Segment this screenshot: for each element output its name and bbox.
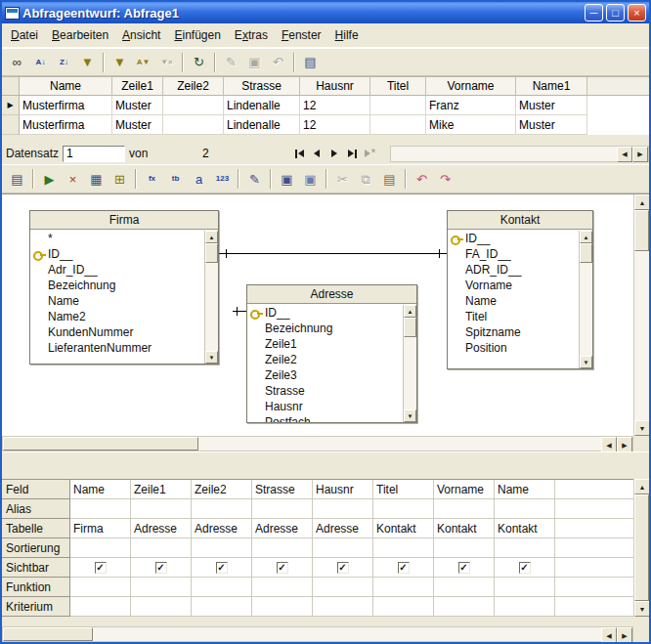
query-cell-funktion[interactable] <box>373 578 434 597</box>
query-cell-sortierung[interactable] <box>131 538 192 558</box>
query-cell-funktion[interactable] <box>313 578 373 597</box>
table-field[interactable]: Bezeichnung <box>30 278 204 293</box>
scroll-up-icon[interactable]: ▲ <box>580 231 592 243</box>
query-cell-funktion[interactable] <box>495 578 555 597</box>
previous-record-button[interactable] <box>308 146 326 161</box>
query-cell-kriterium[interactable] <box>373 597 434 617</box>
scrollbar-thumb[interactable] <box>3 437 198 451</box>
datasheet-column-header[interactable]: Name1 <box>516 77 587 96</box>
menu-item-einfugen[interactable]: Einfügen <box>167 24 227 46</box>
visible-checkbox[interactable]: ✓ <box>458 562 470 574</box>
table-field[interactable]: ID__ <box>448 231 579 246</box>
run-query-icon[interactable]: ▶ <box>38 168 61 191</box>
sort-ascending-icon[interactable]: A↓ <box>29 51 52 73</box>
scroll-right-icon[interactable]: ▶ <box>617 627 632 643</box>
table-scrollbar[interactable]: ▲▼ <box>403 305 416 422</box>
undo-icon[interactable]: ↶ <box>411 168 433 191</box>
datasheet-cell[interactable]: 12 <box>300 115 370 135</box>
query-cell-feld[interactable]: Titel <box>373 480 434 499</box>
menu-item-hilfe[interactable]: Hilfe <box>328 24 366 46</box>
menu-item-fenster[interactable]: Fenster <box>275 24 328 46</box>
table-box-title[interactable]: Adresse <box>247 285 416 304</box>
query-cell-tabelle[interactable]: Adresse <box>252 519 313 538</box>
table-box-firma[interactable]: Firma*ID__Adr_ID__BezeichnungNameName2Ku… <box>29 210 219 365</box>
query-cell-sichtbar[interactable]: ✓ <box>252 558 313 578</box>
datasheet-cell[interactable]: Lindenalle <box>224 115 300 135</box>
scrollbar-track[interactable] <box>93 627 601 641</box>
scrollbar-track[interactable] <box>205 263 218 351</box>
titlebar[interactable]: Abfrageentwurf: Abfrage1 ─ □ × <box>2 2 649 23</box>
query-cell-funktion[interactable] <box>252 578 313 597</box>
save-icon[interactable]: ▣ <box>276 168 298 191</box>
table-field[interactable]: ID__ <box>247 305 403 321</box>
table-box-title[interactable]: Kontakt <box>448 211 592 230</box>
add-table-icon[interactable]: ⊞ <box>108 168 131 191</box>
functions-icon[interactable]: fx <box>141 168 163 191</box>
query-cell-tabelle[interactable]: Kontakt <box>495 519 555 538</box>
query-cell-funktion[interactable] <box>434 578 495 597</box>
query-cell-alias[interactable] <box>495 499 555 519</box>
join-line-adresse[interactable] <box>233 311 246 312</box>
datasheet-cell[interactable]: Mike <box>426 115 516 135</box>
query-cell-sortierung[interactable] <box>434 538 495 558</box>
table-name-icon[interactable]: tb <box>164 168 187 191</box>
query-cell-tabelle[interactable]: Kontakt <box>373 519 434 538</box>
first-record-button[interactable] <box>290 146 308 161</box>
table-field[interactable]: Titel <box>448 309 579 324</box>
scrollbar-track[interactable] <box>404 337 416 409</box>
scrollbar-thumb[interactable] <box>580 243 592 263</box>
query-cell-kriterium[interactable] <box>434 597 495 617</box>
query-cell-sichtbar[interactable]: ✓ <box>373 558 434 578</box>
query-cell-sichtbar[interactable]: ✓ <box>434 558 495 578</box>
datasheet-cell[interactable]: Lindenalle <box>224 96 300 115</box>
datasheet-cell[interactable] <box>370 115 426 135</box>
scroll-right-icon[interactable]: ▶ <box>632 147 648 162</box>
table-box-title[interactable]: Firma <box>30 211 218 230</box>
table-box-kontakt[interactable]: KontaktID__FA_ID__ADR_ID__VornameNameTit… <box>447 210 593 369</box>
scrollbar-thumb[interactable] <box>634 210 649 251</box>
apply-filter-icon[interactable]: A▼ <box>132 51 154 73</box>
menu-item-ansicht[interactable]: Ansicht <box>115 24 167 46</box>
query-cell-tabelle[interactable]: Adresse <box>313 519 373 538</box>
table-field[interactable]: Vorname <box>448 278 579 293</box>
autofilter-icon[interactable]: ▼ <box>76 51 99 73</box>
table-field[interactable]: Hausnr <box>247 399 403 414</box>
minimize-button[interactable]: ─ <box>585 4 603 21</box>
query-cell-sichtbar[interactable]: ✓ <box>192 558 252 578</box>
datasheet-cell[interactable]: Franz <box>426 96 516 115</box>
datasheet-cell[interactable]: Muster <box>516 115 587 135</box>
table-field[interactable]: KundenNummer <box>30 324 204 340</box>
query-cell-funktion[interactable] <box>70 578 131 597</box>
datasheet-column-header[interactable]: Zeile2 <box>163 77 224 96</box>
table-field[interactable]: LieferantenNummer <box>30 340 204 356</box>
scrollbar-thumb[interactable] <box>205 243 218 263</box>
table-field[interactable]: Name <box>30 293 204 309</box>
maximize-button[interactable]: □ <box>606 4 625 21</box>
datasheet-column-header[interactable]: Titel <box>370 77 426 96</box>
distinct-values-icon[interactable]: 123 <box>211 168 234 191</box>
design-query-splitter[interactable] <box>2 451 649 479</box>
query-cell-kriterium[interactable] <box>252 597 313 617</box>
query-cell-sortierung[interactable] <box>192 538 252 558</box>
scrollbar-track[interactable] <box>198 437 601 451</box>
query-cell-feld[interactable]: Strasse <box>252 480 313 499</box>
visible-checkbox[interactable]: ✓ <box>519 562 531 574</box>
table-field[interactable]: Zeile2 <box>247 352 403 367</box>
table-box-adresse[interactable]: AdresseID__BezeichnungZeile1Zeile2Zeile3… <box>246 284 417 423</box>
query-cell-funktion[interactable] <box>131 578 192 597</box>
query-cell-sortierung[interactable] <box>495 538 555 558</box>
table-field[interactable]: Name <box>448 293 579 309</box>
table-field[interactable]: ADR_ID__ <box>448 262 579 278</box>
datasheet-cell[interactable]: Muster <box>112 115 163 135</box>
scrollbar-thumb[interactable] <box>404 318 416 337</box>
last-record-button[interactable] <box>343 146 361 161</box>
datasheet-cell[interactable]: 12 <box>300 96 370 115</box>
scrollbar-thumb[interactable] <box>3 627 93 641</box>
datasheet-cell[interactable]: Muster <box>112 96 163 115</box>
data-source-as-table-icon[interactable]: ▤ <box>299 51 322 73</box>
datasheet-cell[interactable]: Musterfirma <box>20 96 112 115</box>
table-field[interactable]: Zeile1 <box>247 336 403 352</box>
scrollbar-track[interactable] <box>580 263 592 356</box>
visible-checkbox[interactable]: ✓ <box>95 562 107 574</box>
row-selector[interactable] <box>2 115 20 135</box>
